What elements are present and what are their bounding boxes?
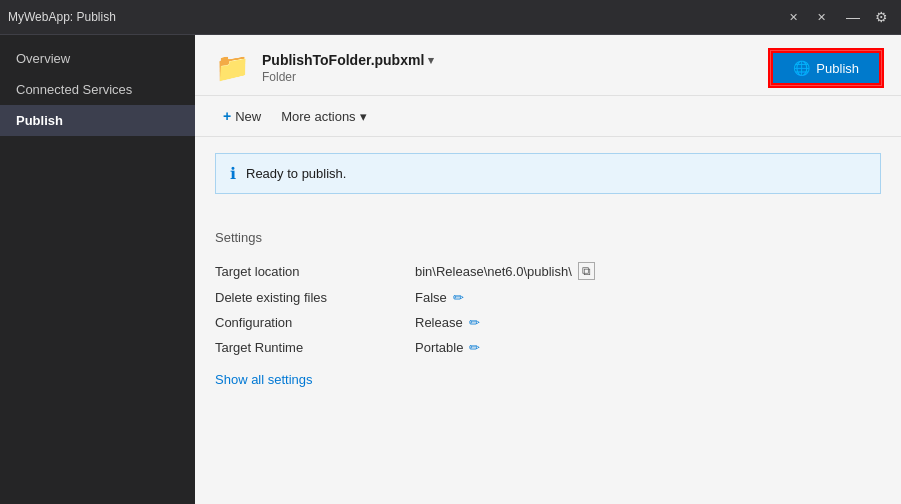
- publish-globe-icon: 🌐: [793, 60, 810, 76]
- edit-icon-delete-files[interactable]: ✏: [453, 290, 464, 305]
- settings-value-target-location: bin\Release\net6.0\publish\ ⧉: [415, 262, 595, 280]
- main-layout: Overview Connected Services Publish 📁 Pu…: [0, 35, 901, 504]
- settings-label-target-runtime: Target Runtime: [215, 340, 415, 355]
- publish-profile-name: PublishToFolder.pubxml ▾: [262, 52, 434, 68]
- info-message: Ready to publish.: [246, 166, 346, 181]
- settings-value-delete-files: False ✏: [415, 290, 464, 305]
- folder-icon: 📁: [215, 54, 250, 82]
- publish-header-left: 📁 PublishToFolder.pubxml ▾ Folder: [215, 52, 434, 84]
- settings-button[interactable]: ⚙: [869, 5, 893, 29]
- settings-title: Settings: [215, 230, 881, 245]
- title-bar: MyWebApp: Publish ✕ ✕ — ⚙: [0, 0, 901, 35]
- settings-label-delete-files: Delete existing files: [215, 290, 415, 305]
- sidebar-item-connected-services[interactable]: Connected Services: [0, 74, 195, 105]
- toolbar: + New More actions ▾: [195, 96, 901, 137]
- content-area: 📁 PublishToFolder.pubxml ▾ Folder 🌐 Publ…: [195, 35, 901, 504]
- show-all-settings-link[interactable]: Show all settings: [215, 372, 313, 387]
- settings-row-delete-files: Delete existing files False ✏: [215, 285, 881, 310]
- settings-row-configuration: Configuration Release ✏: [215, 310, 881, 335]
- settings-row-target-location: Target location bin\Release\net6.0\publi…: [215, 257, 881, 285]
- settings-value-target-runtime: Portable ✏: [415, 340, 480, 355]
- publish-profile-info: PublishToFolder.pubxml ▾ Folder: [262, 52, 434, 84]
- more-actions-dropdown-arrow: ▾: [360, 109, 367, 124]
- minimize-button[interactable]: —: [841, 5, 865, 29]
- new-button[interactable]: + New: [215, 104, 269, 128]
- publish-button[interactable]: 🌐 Publish: [771, 51, 881, 85]
- publish-profile-type: Folder: [262, 70, 434, 84]
- more-actions-button[interactable]: More actions ▾: [273, 105, 374, 128]
- profile-dropdown-arrow[interactable]: ▾: [428, 54, 434, 67]
- publish-header: 📁 PublishToFolder.pubxml ▾ Folder 🌐 Publ…: [195, 35, 901, 96]
- copy-icon[interactable]: ⧉: [578, 262, 595, 280]
- settings-section: Settings Target location bin\Release\net…: [195, 230, 901, 387]
- title-bar-text: MyWebApp: Publish: [8, 10, 781, 24]
- plus-icon: +: [223, 108, 231, 124]
- close-tab-button[interactable]: ✕: [809, 5, 833, 29]
- settings-row-target-runtime: Target Runtime Portable ✏: [215, 335, 881, 360]
- edit-icon-target-runtime[interactable]: ✏: [469, 340, 480, 355]
- settings-label-configuration: Configuration: [215, 315, 415, 330]
- settings-table: Target location bin\Release\net6.0\publi…: [215, 257, 881, 360]
- content-body: ℹ Ready to publish.: [195, 137, 901, 230]
- sidebar-item-publish[interactable]: Publish: [0, 105, 195, 136]
- info-icon: ℹ: [230, 164, 236, 183]
- pin-button[interactable]: ✕: [781, 5, 805, 29]
- sidebar-item-overview[interactable]: Overview: [0, 43, 195, 74]
- settings-label-target-location: Target location: [215, 264, 415, 279]
- sidebar: Overview Connected Services Publish: [0, 35, 195, 504]
- info-box: ℹ Ready to publish.: [215, 153, 881, 194]
- edit-icon-configuration[interactable]: ✏: [469, 315, 480, 330]
- settings-value-configuration: Release ✏: [415, 315, 480, 330]
- title-bar-actions: ✕ ✕ — ⚙: [781, 5, 893, 29]
